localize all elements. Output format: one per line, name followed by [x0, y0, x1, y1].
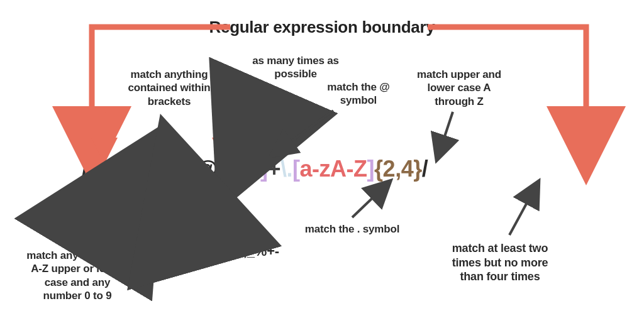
arrow-upperlower [440, 112, 453, 150]
tok-plus-1: + [183, 156, 196, 182]
tok-punct-2: .- [247, 156, 260, 182]
tok-slash-close: / [422, 156, 428, 182]
arrow-quant [509, 191, 533, 235]
arrow-bracket-left [104, 112, 116, 151]
tok-lbracket-1: [ [88, 156, 96, 182]
arrow-punct [182, 191, 195, 235]
cap-punct: match any .,_%+- [169, 243, 313, 260]
tok-plus-2: + [268, 156, 281, 182]
tok-rbracket-3: ] [367, 156, 375, 182]
arrow-charclass [94, 191, 125, 241]
arrow-dotsym [352, 189, 382, 217]
tok-w-2: \w [225, 156, 247, 182]
cap-brackets: match anythingcontained withinbrackets [109, 68, 229, 108]
tok-rbracket-1: ] [175, 156, 183, 182]
arrow-bracket-right [214, 112, 225, 151]
tok-lbracket-3: [ [292, 156, 300, 182]
regex-expression: /[\w._%+-]+@[\w.-]+\.[a-zA-Z]{2,4}/ [82, 156, 428, 182]
tok-w-1: \w [95, 156, 118, 182]
diagram-title: Regular expression boundary [209, 18, 435, 37]
arrow-many [245, 89, 272, 150]
tok-at: @ [196, 156, 218, 182]
tok-escdot: \. [280, 156, 292, 182]
tok-rbracket-2: ] [260, 156, 268, 182]
cap-many: as many times aspossible [239, 54, 352, 81]
tok-range: a-zA-Z [300, 156, 367, 182]
cap-charclass: match any characterA-Z upper or lowercas… [11, 249, 143, 302]
cap-at: match the @symbol [314, 80, 402, 107]
tok-slash-open: / [82, 156, 88, 182]
tok-punct-1: ._%+- [118, 156, 176, 182]
cap-quant: match at least twotimes but no morethan … [428, 241, 572, 284]
cap-upperlower: match upper andlower case Athrough Z [402, 68, 516, 108]
arrow-at [280, 111, 333, 150]
tok-lbracket-2: [ [218, 156, 225, 182]
cap-dotsym: match the . symbol [283, 222, 421, 236]
tok-quant: {2,4} [374, 156, 422, 182]
